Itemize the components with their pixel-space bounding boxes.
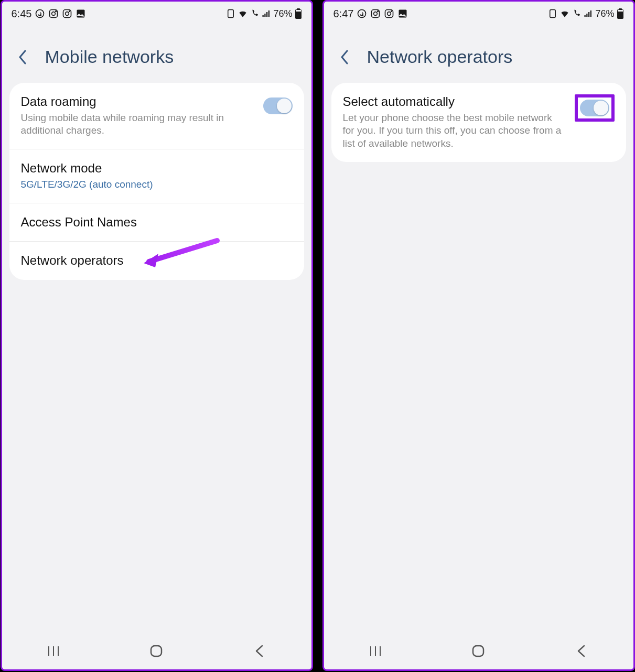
whatsapp-icon [357, 8, 367, 19]
svg-point-16 [374, 12, 378, 16]
data-roaming-row[interactable]: Data roaming Using mobile data while roa… [9, 83, 304, 149]
battery-icon [617, 8, 624, 19]
back-nav-button[interactable] [249, 641, 270, 662]
image-icon [76, 8, 86, 19]
status-bar: 6:45 [2, 2, 311, 26]
svg-rect-26 [618, 10, 623, 12]
instagram-icon [370, 8, 381, 19]
data-roaming-title: Data roaming [21, 94, 255, 110]
alarm-icon [548, 9, 557, 18]
apn-title: Access Point Names [21, 215, 293, 230]
settings-card: Select automatically Let your phone choo… [331, 83, 626, 162]
svg-rect-11 [296, 12, 301, 18]
svg-rect-13 [151, 646, 162, 656]
svg-point-2 [52, 12, 56, 16]
nav-bar [2, 633, 311, 669]
svg-rect-27 [473, 646, 483, 656]
back-button[interactable] [338, 50, 352, 64]
back-nav-button[interactable] [571, 641, 592, 662]
svg-point-14 [358, 10, 366, 18]
battery-icon [295, 8, 302, 19]
svg-rect-24 [619, 8, 622, 10]
home-button[interactable] [468, 641, 489, 662]
data-roaming-toggle[interactable] [263, 97, 293, 114]
network-mode-sub: 5G/LTE/3G/2G (auto connect) [21, 178, 293, 191]
header: Mobile networks [2, 26, 311, 83]
network-mode-title: Network mode [21, 161, 293, 176]
signal-icon [262, 9, 271, 18]
wifi-icon [559, 8, 570, 19]
settings-card: Data roaming Using mobile data while roa… [9, 83, 304, 280]
select-auto-title: Select automatically [343, 94, 566, 110]
header: Network operators [324, 26, 633, 83]
page-title: Mobile networks [45, 47, 174, 67]
svg-rect-25 [618, 12, 623, 18]
instagram-icon [384, 8, 394, 19]
status-bar: 6:47 [324, 2, 633, 26]
select-auto-sub: Let your phone choose the best mobile ne… [343, 112, 566, 150]
svg-point-0 [36, 10, 44, 18]
instagram-icon [62, 8, 72, 19]
svg-point-20 [391, 11, 392, 12]
svg-rect-8 [228, 10, 234, 18]
back-button[interactable] [16, 50, 30, 64]
status-time: 6:45 [12, 8, 32, 20]
home-button[interactable] [146, 641, 167, 662]
instagram-icon [48, 8, 59, 19]
select-auto-toggle[interactable] [580, 100, 609, 116]
svg-rect-22 [550, 10, 556, 18]
status-time: 6:47 [333, 8, 354, 20]
toggle-highlight [575, 94, 615, 122]
volte-icon [572, 9, 582, 18]
network-operators-title: Network operators [21, 253, 293, 268]
page-title: Network operators [367, 47, 513, 67]
svg-rect-10 [297, 8, 300, 10]
volte-icon [250, 9, 260, 18]
svg-rect-12 [296, 10, 301, 12]
svg-point-3 [56, 11, 57, 12]
battery-percent: 76% [273, 8, 292, 19]
wifi-icon [238, 8, 248, 19]
select-automatically-row[interactable]: Select automatically Let your phone choo… [331, 83, 626, 162]
recents-button[interactable] [43, 641, 64, 662]
phone-left: 6:45 [1, 0, 313, 671]
whatsapp-icon [35, 8, 45, 19]
apn-row[interactable]: Access Point Names [9, 203, 304, 242]
svg-point-19 [388, 12, 391, 16]
svg-point-17 [378, 11, 379, 12]
nav-bar [324, 633, 633, 669]
network-mode-row[interactable]: Network mode 5G/LTE/3G/2G (auto connect) [9, 149, 304, 203]
network-operators-row[interactable]: Network operators [9, 242, 304, 280]
svg-point-6 [69, 11, 70, 12]
image-icon [397, 8, 408, 19]
battery-percent: 76% [595, 8, 614, 19]
phone-right: 6:47 [322, 0, 635, 671]
recents-button[interactable] [365, 641, 386, 662]
alarm-icon [226, 9, 235, 18]
data-roaming-sub: Using mobile data while roaming may resu… [21, 112, 255, 137]
svg-point-5 [66, 12, 69, 16]
signal-icon [584, 9, 593, 18]
